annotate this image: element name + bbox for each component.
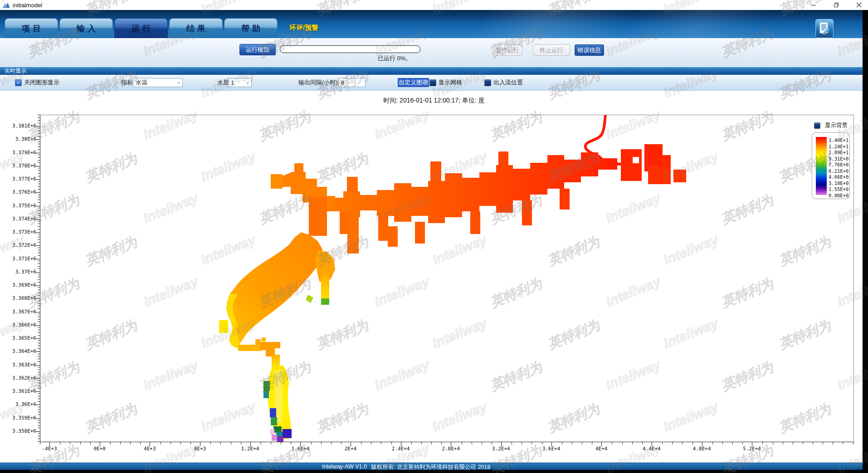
ribbon: 项目 输入 运行 结果 帮助 环评/预警 (0, 10, 868, 38)
legend-value: 1.55E+0 (829, 186, 848, 192)
y-tick-label: 3.373E+6 (1, 229, 36, 235)
x-tick-label: 1.2E+4 (230, 446, 271, 452)
tab-help[interactable]: 帮助 (224, 18, 278, 38)
x-tick-label: 0E+0 (79, 446, 120, 452)
inout-flow-label: 出入流位置 (493, 78, 523, 87)
pause-run-button[interactable]: 暂停运行 (493, 44, 522, 56)
y-tick (36, 285, 40, 286)
x-tick-label: 8E+3 (180, 446, 220, 452)
realtime-header-label: 实时显示 (5, 67, 26, 75)
x-tick (49, 442, 50, 446)
y-tick (36, 232, 40, 233)
y-tick (36, 418, 40, 419)
document-pencil-icon (818, 21, 831, 36)
screen-edge-right (863, 10, 868, 473)
y-tick (36, 391, 40, 392)
progress-text: 已运行 0%。 (378, 54, 411, 63)
show-background-control: 显示背景 (814, 122, 848, 129)
progress-bar (280, 45, 420, 53)
legend-value: 1.09E+1 (829, 150, 848, 155)
indicator-value: 水温 (136, 78, 147, 87)
y-tick (36, 272, 40, 273)
status-bar: Intelway-AW V1.0 版权所有: 北京英特利为环境科技有限公司 20… (0, 463, 868, 470)
close-button[interactable] (855, 1, 863, 9)
legend-value: 4.66E+0 (829, 174, 848, 180)
show-grid-checkbox[interactable] (429, 79, 436, 86)
x-tick-label: 2.4E+4 (380, 446, 421, 452)
interval-label: 输出间隔(小时) (298, 78, 338, 87)
menu-tabs: 项目 输入 运行 结果 帮助 (5, 18, 278, 38)
legend-value: 9.31E+0 (829, 156, 848, 161)
legend-value: 7.76E+0 (829, 162, 848, 167)
error-info-button[interactable]: 错误信息 (575, 44, 604, 56)
indicator-label: 指标 (121, 78, 133, 87)
tab-input[interactable]: 输入 (59, 18, 113, 38)
y-tick (36, 166, 40, 166)
x-tick (702, 442, 702, 446)
x-tick (401, 442, 401, 446)
x-tick-label: -4E+3 (29, 446, 70, 452)
legend-value: 1.40E+1 (829, 137, 848, 143)
restore-button[interactable] (833, 1, 840, 9)
layer-value: 1 (231, 79, 234, 86)
close-graph-checkbox[interactable]: ✓ (15, 79, 22, 86)
y-tick-label: 3.363E+6 (1, 362, 36, 368)
y-tick (36, 325, 40, 326)
x-tick-label: 5.2E+4 (731, 446, 772, 452)
tab-result[interactable]: 结果 (169, 18, 223, 38)
y-tick-label: 3.368E+6 (1, 295, 36, 301)
y-tick-label: 3.358E+6 (1, 428, 36, 434)
minimize-button[interactable] (810, 1, 817, 9)
x-tick (250, 442, 251, 446)
x-tick-label: 2.8E+4 (430, 446, 471, 452)
y-tick-label: 3.379E+6 (1, 150, 36, 156)
watermark-text: Inteliway (0, 232, 26, 268)
x-tick-label: 4E+3 (129, 446, 170, 452)
layer-select[interactable]: 1 ∨ (228, 78, 252, 87)
y-tick-label: 3.372E+6 (1, 242, 36, 248)
watermark-text: Inteliway (0, 399, 26, 435)
y-tick (36, 431, 40, 432)
y-tick (36, 206, 40, 206)
y-tick-label: 3.362E+6 (1, 375, 36, 381)
inout-flow-checkbox[interactable] (484, 79, 491, 86)
y-tick-label: 3.36E+6 (1, 401, 36, 407)
report-edit-button[interactable] (815, 19, 834, 38)
x-tick (351, 442, 351, 446)
watermark-text: Inteliway (0, 316, 26, 351)
x-tick (451, 442, 451, 446)
status-version: Intelway-AW V1.0 (322, 463, 367, 470)
temperature-map (40, 115, 854, 443)
custom-legend-link[interactable]: 自定义图谱 (398, 78, 429, 87)
color-scale-bar (816, 137, 827, 195)
legend-values: 1.40E+11.24E+11.09E+19.31E+07.76E+06.21E… (829, 133, 848, 199)
time-caption: 时间: 2016-01-01 12:00:17; 单位: 度 (0, 97, 868, 105)
x-tick-label: 2E+4 (330, 446, 371, 452)
legend-value: 0.00E+0 (829, 193, 848, 198)
tab-run[interactable]: 运行 (114, 18, 168, 38)
stop-run-button[interactable]: 终止运行 (533, 44, 570, 56)
x-tick (200, 442, 200, 446)
show-grid-label: 显示网格 (439, 78, 462, 87)
tab-env-warning[interactable]: 环评/预警 (289, 24, 318, 32)
plot-area (40, 115, 854, 442)
y-tick-label: 3.364E+6 (1, 348, 36, 354)
indicator-select[interactable]: 水温 ∨ (133, 78, 183, 87)
watermark-text: Inteliway (0, 149, 26, 185)
chevron-down-icon: ∨ (177, 80, 180, 85)
y-tick-label: 3.365E+6 (1, 335, 36, 341)
show-background-checkbox[interactable] (814, 122, 820, 129)
run-toolbar: 运行模型 已运行 0%。 暂停运行 终止运行 错误信息 (0, 38, 868, 67)
run-model-button[interactable]: 运行模型 (239, 44, 276, 55)
app-icon (3, 1, 10, 9)
tab-project[interactable]: 项目 (5, 18, 58, 38)
interval-input[interactable] (338, 78, 366, 87)
title-bar: initialmodel (0, 0, 868, 10)
y-tick (36, 405, 40, 405)
y-tick-label: 3.359E+6 (1, 415, 36, 421)
y-tick (36, 179, 40, 180)
layer-label: 水层 (217, 78, 229, 87)
x-tick-label: 1.6E+4 (280, 446, 321, 452)
legend-value: 3.10E+0 (829, 180, 848, 186)
y-tick (36, 192, 40, 193)
